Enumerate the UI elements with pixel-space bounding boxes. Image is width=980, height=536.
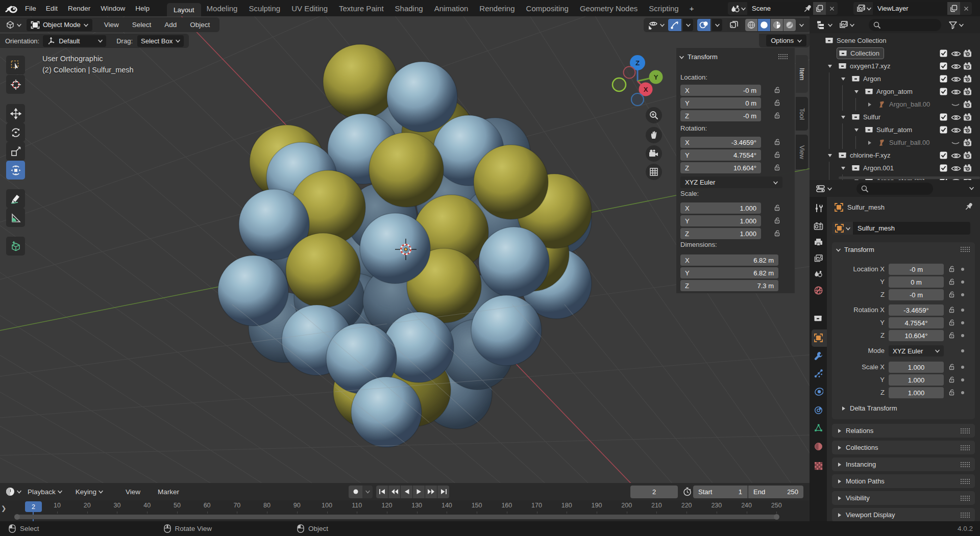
svg-text:Y: Y <box>654 73 658 81</box>
svg-text:X: X <box>644 86 648 93</box>
svg-text:Z: Z <box>635 59 640 67</box>
